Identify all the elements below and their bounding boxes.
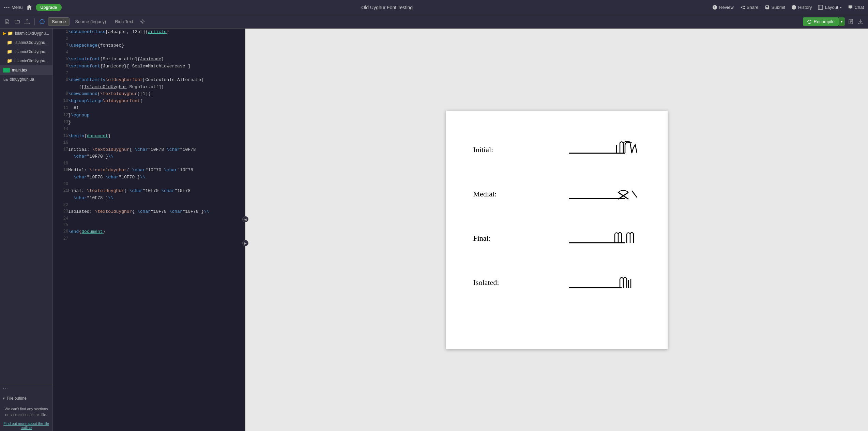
sidebar-item-folder1[interactable]: ▶ 📁 IslamicOldUyghu... <box>0 29 52 38</box>
submit-button[interactable]: Submit <box>765 5 785 10</box>
code-line-22: 22 <box>53 202 245 208</box>
isolated-glyph-svg <box>565 271 640 294</box>
preview-label-medial: Medial: <box>473 190 514 198</box>
code-line-23: 23 Isolated: \textolduyghur{ \char"10F78… <box>53 208 245 216</box>
sidebar-item-folder2[interactable]: 📁 IslamicOldUyghu... <box>0 38 52 47</box>
sidebar-bottom: ··· ▾ File outline We can't find any sec… <box>0 384 52 431</box>
preview-page: Initial: Medial: <box>446 111 668 349</box>
preview-label-isolated: Isolated: <box>473 278 514 287</box>
top-nav: Menu Upgrade Old Uyghur Font Testing Rev… <box>0 0 868 15</box>
outline-message: We can't find any sections or subsection… <box>0 403 52 420</box>
code-line-14: 14 <box>53 126 245 132</box>
recompile-group: Recompile ▾ <box>803 17 845 26</box>
nav-left: Menu Upgrade <box>4 4 62 11</box>
preview-label-final: Final: <box>473 234 514 243</box>
folder-icon: 📁 <box>7 49 12 54</box>
svg-point-1 <box>6 7 7 8</box>
history-button[interactable]: History <box>791 5 812 10</box>
review-button[interactable]: Review <box>712 5 734 10</box>
code-line-20: 20 <box>53 181 245 188</box>
folder-icon: ▶ 📁 <box>3 31 13 36</box>
open-folder-button[interactable] <box>13 18 21 26</box>
sidebar: ▶ 📁 IslamicOldUyghu... 📁 IslamicOldUyghu… <box>0 29 53 431</box>
code-line-12: 12 }\egroup <box>53 112 245 119</box>
page-title: Old Uyghur Font Testing <box>62 5 712 10</box>
code-line-13: 13 } <box>53 119 245 126</box>
outline-link[interactable]: Find out more about the file outline <box>3 421 49 430</box>
preview-row-final: Final: <box>473 226 640 250</box>
code-line-8a: 8 \newfontfamily\olduyghurfont[Contextua… <box>53 77 245 84</box>
home-button[interactable] <box>26 4 32 11</box>
sidebar-item-main-tex[interactable]: tex main.tex ⋮ <box>0 65 52 75</box>
code-line-24: 24 <box>53 216 245 222</box>
preview-glyph-final <box>528 226 640 250</box>
folder-icon: 📁 <box>7 40 12 45</box>
download-button[interactable] <box>857 18 865 26</box>
recompile-dropdown-button[interactable]: ▾ <box>839 17 845 26</box>
preview-area: Initial: Medial: <box>245 29 868 431</box>
code-line-5: 5 \setmainfont[Script=Latin]{Junicode} <box>53 56 245 63</box>
code-line-16: 16 <box>53 140 245 146</box>
folder-icon: 📁 <box>7 58 12 63</box>
sidebar-item-olduyghur-lua[interactable]: lua olduyghur.lua <box>0 75 52 84</box>
code-line-9: 9 \newcommand{\textolduyghur}[1]{ <box>53 91 245 98</box>
sidebar-item-folder4[interactable]: 📁 IslamicOldUyghu... <box>0 56 52 65</box>
editor-collapse-right-button[interactable]: ▶ <box>242 240 248 246</box>
nav-right: Review Share Submit History Layout ▾ Cha… <box>712 5 864 10</box>
code-line-10: 10 \bgroup\Large\olduyghurfont{ <box>53 98 245 105</box>
info-button[interactable]: i <box>38 18 46 26</box>
sidebar-item-folder3[interactable]: 📁 IslamicOldUyghu... <box>0 47 52 56</box>
code-line-21b: \char"10F78 }\\ <box>53 195 245 202</box>
code-line-27: 27 <box>53 236 245 242</box>
preview-glyph-isolated <box>528 271 640 294</box>
svg-text:i: i <box>42 20 43 23</box>
final-glyph-svg <box>565 226 640 250</box>
code-editor[interactable]: 1 \documentclass[a4paper, 12pt]{article}… <box>53 29 245 431</box>
share-button[interactable]: Share <box>740 5 759 10</box>
preview-glyph-initial <box>528 138 640 162</box>
editor-area: 1 \documentclass[a4paper, 12pt]{article}… <box>53 29 245 431</box>
recompile-button[interactable]: Recompile <box>803 17 839 26</box>
pdf-view-button[interactable] <box>847 18 855 26</box>
code-line-18: 18 <box>53 160 245 167</box>
code-line-19a: 19 Medial: \textolduyghur{ \char"10F70 \… <box>53 167 245 174</box>
code-table: 1 \documentclass[a4paper, 12pt]{article}… <box>53 29 245 242</box>
chevron-down-icon: ▾ <box>3 396 5 401</box>
source-legacy-tab[interactable]: Source (legacy) <box>72 18 109 26</box>
more-button[interactable]: ··· <box>0 384 12 393</box>
svg-point-0 <box>4 7 5 8</box>
layout-button[interactable]: Layout ▾ <box>818 5 841 10</box>
code-line-17a: 17 Initial: \textolduyghur{ \char"10F78 … <box>53 146 245 154</box>
chat-button[interactable]: Chat <box>848 5 864 10</box>
new-file-button[interactable] <box>3 18 11 26</box>
code-line-6: 6 \setmonofont{Junicode}[ Scale=MatchLow… <box>53 63 245 70</box>
svg-point-9 <box>141 21 143 22</box>
menu-button[interactable]: Menu <box>4 5 23 10</box>
code-line-15: 15 \begin{document} <box>53 133 245 140</box>
code-line-8b: {[IslamicOldUyghur-Regular.otf]} <box>53 84 245 91</box>
code-line-17b: \char"10F70 }\\ <box>53 153 245 160</box>
upgrade-button[interactable]: Upgrade <box>36 4 62 11</box>
code-line-4: 4 <box>53 49 245 56</box>
rich-text-tab[interactable]: Rich Text <box>111 18 136 26</box>
editor-collapse-left-button[interactable]: ◀ <box>242 216 248 222</box>
preview-label-initial: Initial: <box>473 145 514 154</box>
source-tab[interactable]: Source <box>48 17 70 26</box>
file-tree: ▶ 📁 IslamicOldUyghu... 📁 IslamicOldUyghu… <box>0 29 52 384</box>
settings-icon-button[interactable] <box>138 18 146 26</box>
code-line-11: 11 #1 <box>53 105 245 112</box>
initial-glyph-svg <box>565 138 640 162</box>
svg-rect-3 <box>818 5 823 10</box>
code-line-7: 7 <box>53 70 245 77</box>
preview-row-initial: Initial: <box>473 138 640 162</box>
code-line-26: 26 \end{document} <box>53 228 245 236</box>
second-toolbar: i Source Source (legacy) Rich Text Recom… <box>0 15 868 29</box>
toolbar-separator <box>34 18 35 25</box>
preview-row-isolated: Isolated: <box>473 271 640 294</box>
upload-button[interactable] <box>23 18 31 26</box>
preview-row-medial: Medial: <box>473 182 640 206</box>
main-area: ▶ 📁 IslamicOldUyghu... 📁 IslamicOldUyghu… <box>0 29 868 431</box>
code-line-19b: \char"10F78 \char"10F70 }\\ <box>53 174 245 181</box>
file-outline-header[interactable]: ▾ File outline <box>0 393 52 403</box>
code-line-1: 1 \documentclass[a4paper, 12pt]{article} <box>53 29 245 36</box>
